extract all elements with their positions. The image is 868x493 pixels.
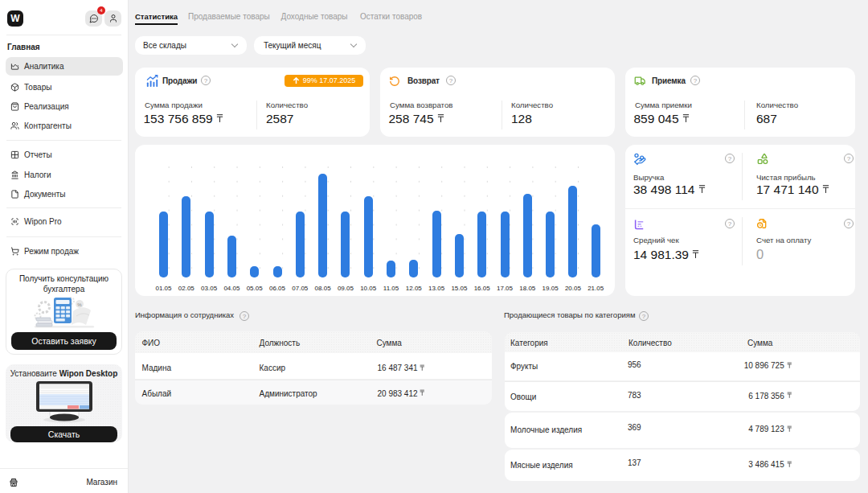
- svg-text:%: %: [77, 302, 82, 307]
